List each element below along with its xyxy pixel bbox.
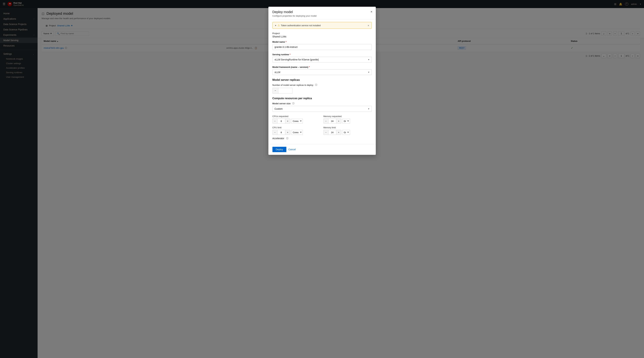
cpu-requested-decrement-button[interactable]: − [272,119,277,123]
memory-limit-decrement-button[interactable]: − [324,130,328,135]
warning-banner: ► ⚠ Token authentication service not ins… [272,22,372,29]
resources-grid: CPUs requested − + Cores Memory [272,115,372,135]
memory-requested-label: Memory requested [324,115,372,118]
memory-limit-field: Memory limit − + Gi [324,126,372,135]
modal-body: ► ⚠ Token authentication service not ins… [268,19,376,144]
accelerator-row: Accelerator ⓘ [272,137,372,140]
form-group-replicas: Number of model server replicas to deplo… [272,84,372,94]
serving-runtime-select-wrap: vLLM ServingRuntime for KServe (granite)… [272,57,372,63]
replicas-stepper: − + [272,88,292,94]
model-framework-select-wrap: vLLM ▼ [272,69,372,75]
project-field-label: Project [272,32,372,35]
model-server-size-info-icon[interactable]: ⓘ [292,102,294,105]
model-name-label-text: Model name [272,41,285,43]
cpu-limit-unit-select[interactable]: Cores [291,130,303,135]
modal-overlay: Deploy model Configure properties for de… [0,0,644,358]
warning-expand-icon[interactable]: ► [275,24,277,26]
memory-requested-decrement-button[interactable]: − [324,119,328,123]
model-server-size-select-wrap: Custom ▼ [272,106,372,112]
memory-requested-input[interactable] [328,119,336,123]
serving-runtime-label-text: Serving runtime [272,53,289,56]
warning-close-button[interactable]: × [368,24,369,27]
form-group-model-server-size: Model server size ⓘ Custom ▼ [272,102,372,112]
deploy-model-modal: Deploy model Configure properties for de… [268,7,376,155]
cpu-requested-stepper: − + [272,119,290,124]
cpu-requested-increment-button[interactable]: + [285,119,290,123]
cpu-limit-increment-button[interactable]: + [285,130,290,135]
memory-requested-increment-button[interactable]: + [336,119,341,123]
cpu-requested-input-row: − + Cores [272,119,321,124]
cpu-requested-unit-select[interactable]: Cores [291,119,303,124]
accelerator-info-icon[interactable]: ⓘ [286,137,288,140]
cpu-requested-input[interactable] [277,119,285,123]
modal-subtitle: Configure properties for deploying your … [272,15,372,17]
cpu-limit-input-row: − + Cores [272,130,321,135]
warning-triangle-icon: ⚠ [278,24,280,27]
cancel-button[interactable]: Cancel [288,147,296,152]
modal-footer: Deploy Cancel [268,144,376,155]
cpu-requested-field: CPUs requested − + Cores [272,115,321,124]
memory-limit-input-row: − + Gi [324,130,372,135]
model-framework-required-star: * [309,66,310,68]
model-framework-label: Model framework (name – version) * [272,66,372,68]
compute-section-heading: Compute resources per replica [272,97,372,100]
modal-header: Deploy model Configure properties for de… [268,7,376,19]
replicas-decrement-button[interactable]: − [272,88,278,93]
model-name-input[interactable] [272,44,372,50]
cpu-limit-label: CPU limit [272,126,321,129]
form-group-serving-runtime: Serving runtime * vLLM ServingRuntime fo… [272,53,372,63]
model-server-size-label: Model server size [272,102,290,105]
model-name-required-star: * [286,41,286,43]
model-server-size-select[interactable]: Custom [272,106,372,112]
serving-runtime-required-star: * [290,53,290,56]
cpu-limit-decrement-button[interactable]: − [272,130,277,135]
cpu-limit-field: CPU limit − + Cores [272,126,321,135]
memory-limit-increment-button[interactable]: + [336,130,341,135]
model-framework-select[interactable]: vLLM [272,69,372,75]
serving-runtime-select[interactable]: vLLM ServingRuntime for KServe (granite) [272,57,372,63]
replicas-label: Number of model server replicas to deplo… [272,84,313,86]
model-name-label: Model name * [272,41,372,43]
memory-limit-label: Memory limit [324,126,372,129]
cpu-limit-stepper: − + [272,130,290,135]
memory-requested-input-row: − + Gi [324,119,372,124]
form-group-model-name: Model name * [272,41,372,50]
cpu-requested-label: CPUs requested [272,115,321,118]
warning-banner-left: ► ⚠ Token authentication service not ins… [275,24,321,27]
memory-limit-stepper: − + [324,130,341,135]
accelerator-label: Accelerator [272,137,284,140]
modal-close-button[interactable]: × [370,10,373,14]
memory-limit-input[interactable] [328,130,336,135]
memory-requested-field: Memory requested − + Gi [324,115,372,124]
memory-limit-unit-select[interactable]: Gi [342,130,350,135]
project-field-value: Shared LLMs [272,35,372,38]
replicas-section-heading: Model server replicas [272,78,372,82]
memory-requested-unit-select[interactable]: Gi [342,119,350,124]
form-group-model-framework: Model framework (name – version) * vLLM … [272,66,372,75]
replicas-input[interactable] [278,88,292,93]
modal-title: Deploy model [272,10,372,14]
serving-runtime-label: Serving runtime * [272,53,372,56]
deploy-button[interactable]: Deploy [272,147,286,152]
replicas-info-icon[interactable]: ⓘ [315,84,317,87]
form-section-project: Project Shared LLMs [272,32,372,38]
model-framework-label-text: Model framework (name – version) [272,66,308,68]
warning-text: Token authentication service not install… [281,24,320,27]
cpu-limit-input[interactable] [277,130,285,135]
memory-requested-stepper: − + [324,119,341,124]
